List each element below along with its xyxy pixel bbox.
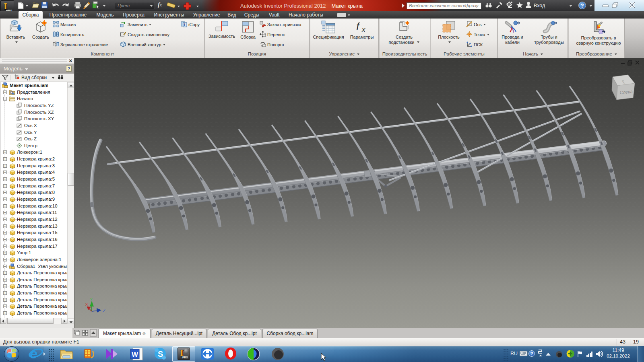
svg-text:f: f (356, 21, 360, 33)
svg-text:W: W (132, 351, 138, 358)
svg-text:Вид сборки: Вид сборки (21, 75, 47, 80)
svg-text:Y: Y (90, 297, 93, 301)
svg-text:x: x (361, 26, 365, 33)
svg-text:S: S (158, 350, 163, 358)
svg-text:X: X (85, 302, 88, 306)
svg-text:Z: Z (103, 309, 105, 313)
